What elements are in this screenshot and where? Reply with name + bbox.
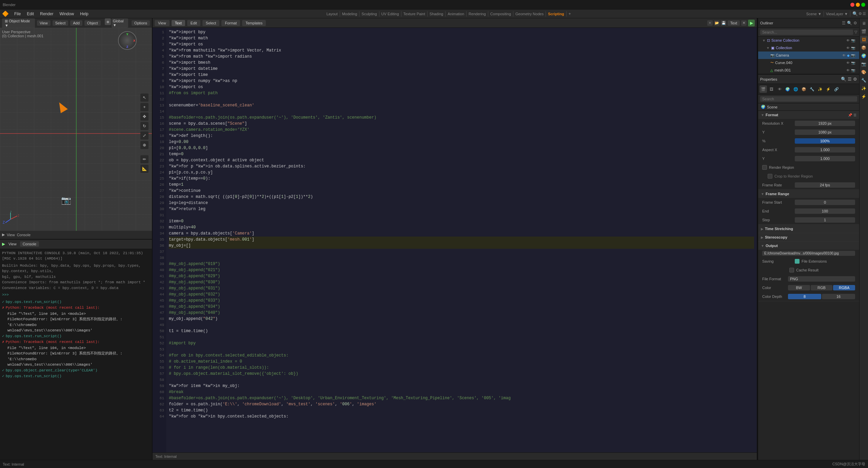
properties-settings-icon[interactable]: ⚙	[853, 77, 857, 82]
prop-tab-constraints[interactable]: 🔗	[833, 85, 840, 93]
measure-tool[interactable]: 📐	[140, 165, 149, 173]
viewport-arrow-object[interactable]	[58, 102, 66, 112]
properties-search-icon[interactable]: 🔍	[841, 77, 846, 82]
color-bw-btn[interactable]: BW	[788, 285, 810, 290]
strip-btn-6[interactable]: 📷	[860, 60, 868, 68]
close-button[interactable]	[850, 3, 854, 7]
cache-result-checkbox[interactable]	[789, 268, 794, 272]
properties-filter-icon[interactable]: ☰	[848, 77, 852, 82]
editor-text-tab[interactable]: Text	[172, 20, 185, 26]
prop-tab-physics[interactable]: ⚡	[825, 85, 832, 93]
prop-tab-modifiers[interactable]: 🔧	[808, 85, 816, 93]
strip-btn-9[interactable]: ✨	[860, 85, 868, 92]
editor-body[interactable]: 1234567891011121314151617181920212223242…	[153, 28, 757, 452]
format-pin-icon[interactable]: 📌	[848, 113, 852, 117]
outliner-collection[interactable]: ▼ ▣ Collection 👁 📷	[758, 44, 859, 52]
outliner-mesh[interactable]: △ mesh.001 👁 📷	[758, 66, 859, 74]
output-path-value[interactable]: E:/chromeDownload/mv...s/006/images/0010…	[762, 251, 855, 256]
editor-edit-tab[interactable]: Edit	[187, 20, 200, 26]
options-btn[interactable]: Options	[132, 20, 150, 26]
cursor-tool[interactable]: +	[140, 103, 149, 111]
menu-render[interactable]: Render	[37, 11, 56, 17]
aspect-y-value[interactable]: 1.000	[795, 156, 855, 161]
menu-help[interactable]: Help	[77, 11, 91, 17]
resolution-x-value[interactable]: 1920 px	[795, 121, 855, 126]
editor-view-tab[interactable]: View	[155, 20, 170, 26]
global-transform-btn[interactable]: ⊕	[105, 18, 111, 25]
color-rgb-btn[interactable]: RGB	[811, 285, 833, 290]
prop-tab-particles[interactable]: ✨	[816, 85, 824, 93]
color-depth-16-btn[interactable]: 16	[822, 294, 855, 299]
prop-tab-world[interactable]: 🌐	[792, 85, 800, 93]
resolution-pct-value[interactable]: 100%	[795, 138, 855, 144]
curve-vis-icon[interactable]: 👁	[846, 61, 850, 65]
viewport-add-btn[interactable]: Add	[70, 20, 82, 26]
navigation-gizmo[interactable]: X Y Z	[118, 31, 138, 52]
prop-tab-scene[interactable]: 🌍	[784, 85, 791, 93]
viewport-console-btn[interactable]: Console	[17, 233, 31, 237]
frame-step-value[interactable]: 1	[795, 217, 855, 223]
menu-file[interactable]: File	[12, 11, 23, 17]
scale-tool[interactable]: ⤢	[140, 131, 149, 140]
render-region-checkbox[interactable]	[762, 165, 767, 170]
strip-btn-7[interactable]: 🎨	[860, 68, 868, 76]
color-rgba-btn[interactable]: RGBA	[833, 285, 855, 290]
prop-tab-output[interactable]: 🖼	[768, 85, 775, 93]
viewport-view-btn[interactable]: View	[37, 20, 51, 26]
strip-btn-10[interactable]: ⚡	[860, 93, 868, 100]
properties-search-input[interactable]	[760, 96, 857, 102]
editor-select-tab[interactable]: Select	[202, 20, 220, 26]
editor-format-tab[interactable]: Format	[221, 20, 240, 26]
active-workspace-tab[interactable]: Scripting	[548, 12, 564, 16]
outliner-search-input[interactable]	[760, 29, 853, 35]
viewport-select-btn[interactable]: Select	[53, 20, 68, 26]
frame-range-header[interactable]: ▼ Frame Range	[758, 190, 859, 198]
mesh-vis-icon[interactable]: 👁	[846, 68, 850, 72]
outliner-filter-btn[interactable]: ▽	[854, 30, 857, 34]
color-depth-8-btn[interactable]: 8	[788, 294, 821, 299]
crop-render-checkbox[interactable]	[768, 174, 772, 179]
collection-vis-icon[interactable]: 👁	[846, 46, 850, 50]
save-text-btn[interactable]: 💾	[721, 20, 726, 26]
strip-btn-3[interactable]: 🖼	[860, 36, 868, 43]
crop-render-check[interactable]: Crop to Render Region	[762, 174, 813, 179]
prop-tab-object[interactable]: 📦	[800, 85, 808, 93]
file-ext-checkbox[interactable]	[795, 259, 800, 264]
frame-rate-value[interactable]: 24 fps	[795, 182, 855, 188]
run-script-btn[interactable]: ▶	[748, 20, 755, 26]
menu-window[interactable]: Window	[57, 11, 77, 17]
camera-render-vis[interactable]: 📷	[851, 54, 855, 57]
console-view-tab[interactable]: View	[8, 242, 17, 246]
prop-tab-render[interactable]: 🎬	[760, 85, 767, 93]
outliner-render-icon[interactable]: 📷	[851, 39, 855, 42]
new-text-btn[interactable]: +	[707, 20, 713, 26]
strip-btn-2[interactable]: 🎬	[860, 28, 868, 35]
frame-start-value[interactable]: 0	[795, 200, 855, 205]
strip-btn-1[interactable]: 🖥	[860, 20, 868, 27]
menu-edit[interactable]: Edit	[24, 11, 37, 17]
strip-btn-5[interactable]: 🌍	[860, 52, 868, 60]
file-ext-check[interactable]: File Extensions	[795, 259, 827, 264]
viewport-play-btn[interactable]: ▶	[2, 232, 5, 237]
strip-btn-4[interactable]: 📦	[860, 44, 868, 52]
camera-active-icon[interactable]: ◆	[847, 54, 850, 57]
maximize-button[interactable]	[861, 3, 865, 7]
strip-btn-8[interactable]: 🔧	[860, 77, 868, 84]
close-text-btn[interactable]: ✕	[741, 20, 747, 26]
console-play-btn[interactable]: ▶	[2, 242, 5, 246]
outliner-search-icon[interactable]: 🔍	[847, 21, 852, 25]
minimize-button[interactable]	[856, 3, 860, 7]
console-tab-label[interactable]: Console	[20, 241, 39, 247]
file-format-value[interactable]: PNG	[788, 276, 855, 282]
move-tool[interactable]: ✥	[140, 113, 149, 121]
viewport-body[interactable]: X Y Z 📷	[0, 28, 152, 239]
format-section-header[interactable]: ▼ Format 📌 ☰	[758, 111, 859, 119]
resolution-y-value[interactable]: 1080 px	[795, 129, 855, 135]
transform-tool[interactable]: ⊕	[140, 141, 149, 149]
outliner-settings-icon[interactable]: ⚙	[853, 21, 857, 25]
mesh-render-icon[interactable]: 📷	[851, 68, 855, 72]
frame-end-value[interactable]: 100	[795, 208, 855, 214]
outliner-scene-collection[interactable]: ▼ ⊡ Scene Collection 👁 📷	[758, 37, 859, 44]
viewport-view-btn2[interactable]: View	[7, 233, 15, 237]
camera-vis-icon[interactable]: 👁	[842, 54, 846, 57]
